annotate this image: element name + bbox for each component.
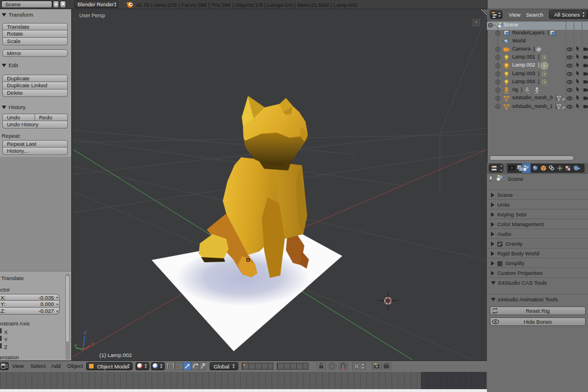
svg-text:Z: Z [84, 330, 87, 335]
svg-text:Y: Y [74, 343, 78, 348]
svg-text:X: X [91, 341, 95, 347]
